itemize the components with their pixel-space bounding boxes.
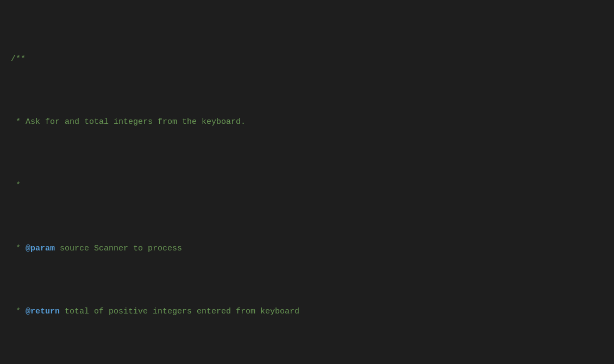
code-line-5: * @return total of positive integers ent…	[11, 305, 614, 318]
code-line-4: * @param source Scanner to process	[11, 242, 614, 255]
code-line-2: * Ask for and total integers from the ke…	[11, 116, 614, 128]
code-content: /** * Ask for and total integers from th…	[0, 0, 614, 364]
code-line-1: /**	[11, 53, 614, 65]
code-line-3: *	[11, 179, 614, 192]
code-editor: /** * Ask for and total integers from th…	[0, 0, 614, 364]
